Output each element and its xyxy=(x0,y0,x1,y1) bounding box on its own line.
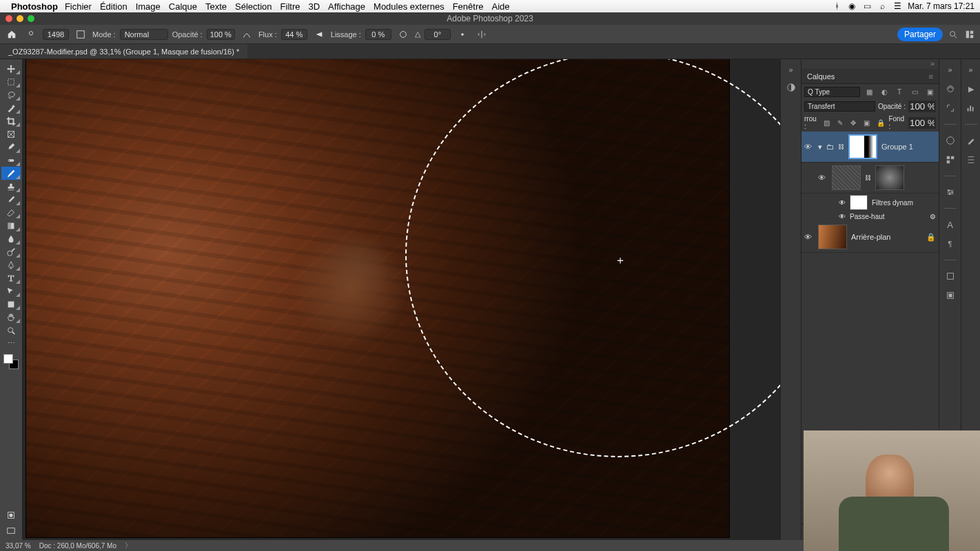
menu-image[interactable]: Image xyxy=(136,1,161,12)
shape-tool[interactable] xyxy=(1,298,21,311)
dock-collapse-icon[interactable]: » xyxy=(944,63,957,76)
brush-settings-icon[interactable] xyxy=(965,154,977,166)
pressure-opacity-button[interactable] xyxy=(239,27,254,42)
search-icon[interactable] xyxy=(947,28,959,41)
layer-background[interactable]: 👁 Arrière-plan 🔒 xyxy=(802,222,939,253)
lock-paint-icon[interactable]: ✎ xyxy=(835,116,846,129)
window-zoom-button[interactable] xyxy=(28,15,34,22)
filter-shape-icon[interactable]: ▭ xyxy=(908,85,921,98)
filter-pixel-icon[interactable]: ▦ xyxy=(863,85,875,98)
blend-mode-select[interactable]: Normal xyxy=(120,29,168,40)
layer-kind-filter[interactable]: Q Type xyxy=(804,87,860,97)
doc-size[interactable]: Doc : 260,0 Mo/606,7 Mo xyxy=(39,542,116,550)
lock-position-icon[interactable]: ✥ xyxy=(848,116,859,129)
zoom-level[interactable]: 33,07 % xyxy=(6,542,31,550)
menu-modules[interactable]: Modules externes xyxy=(374,1,445,12)
flux-field[interactable]: 44 % xyxy=(281,29,307,40)
brush-settings-button[interactable] xyxy=(73,27,88,42)
window-minimize-button[interactable] xyxy=(17,15,23,22)
layer-opacity-field[interactable] xyxy=(908,101,936,112)
menu-selection[interactable]: Sélection xyxy=(235,1,272,12)
visibility-toggle[interactable]: 👁 xyxy=(818,174,828,182)
status-control-center-icon[interactable]: ☰ xyxy=(892,1,902,11)
gradient-tool[interactable] xyxy=(1,219,21,232)
swatches-panel-icon[interactable] xyxy=(944,154,957,166)
libraries-icon[interactable] xyxy=(944,83,957,95)
menu-affichage[interactable]: Affichage xyxy=(328,1,365,12)
filter-smart-icon[interactable]: ▣ xyxy=(923,85,936,98)
document-canvas[interactable] xyxy=(26,59,729,537)
edit-toolbar-button[interactable]: ⋯ xyxy=(1,337,21,350)
stamp-tool[interactable] xyxy=(1,180,21,193)
move-tool[interactable] xyxy=(1,62,21,75)
blur-tool[interactable] xyxy=(1,232,21,245)
menu-fenetre[interactable]: Fenêtre xyxy=(453,1,484,12)
expand-group-icon[interactable]: ▾ xyxy=(818,143,822,152)
color-swatches[interactable] xyxy=(3,354,19,369)
screenmode-button[interactable] xyxy=(1,524,21,537)
smart-filters-row[interactable]: 👁 Filtres dynam xyxy=(802,194,939,211)
menu-fichier[interactable]: Fichier xyxy=(65,1,92,12)
adjustments-icon[interactable] xyxy=(944,186,957,198)
play-icon[interactable]: ▶ xyxy=(965,83,977,95)
quickmask-button[interactable] xyxy=(1,508,21,521)
lock-nesting-icon[interactable]: ▣ xyxy=(861,116,872,129)
layer-mask-thumb[interactable] xyxy=(875,165,904,190)
color-panel-icon[interactable] xyxy=(944,134,957,147)
filter-blend-icon[interactable]: ⚙ xyxy=(930,213,936,220)
pen-tool[interactable] xyxy=(1,258,21,271)
path-tool[interactable] xyxy=(1,284,21,298)
transform-icon[interactable] xyxy=(944,102,957,114)
smoothing-options-button[interactable] xyxy=(396,27,411,42)
visibility-toggle[interactable]: 👁 xyxy=(804,143,814,151)
highpass-filter-row[interactable]: 👁 Passe-haut ⚙ xyxy=(802,211,939,222)
lock-all-icon[interactable]: 🔒 xyxy=(875,116,886,129)
visibility-toggle[interactable]: 👁 xyxy=(839,199,846,207)
layer-name[interactable]: Groupe 1 xyxy=(881,143,936,151)
crop-tool[interactable] xyxy=(1,114,21,127)
panel-menu-icon[interactable]: ≡ xyxy=(929,72,933,81)
brush-size-field[interactable]: 1498 xyxy=(43,29,69,40)
menu-edition[interactable]: Édition xyxy=(100,1,127,12)
app-name[interactable]: Photoshop xyxy=(11,1,58,12)
frame-tool[interactable] xyxy=(1,127,21,141)
home-button[interactable] xyxy=(4,27,19,42)
layer-thumb[interactable] xyxy=(818,225,847,249)
filter-adjust-icon[interactable]: ◐ xyxy=(878,85,890,98)
share-button[interactable]: Partager xyxy=(897,28,943,41)
airbrush-button[interactable] xyxy=(312,27,327,42)
zoom-tool[interactable] xyxy=(1,324,21,337)
filter-type-icon[interactable]: T xyxy=(893,85,906,98)
status-bluetooth-icon[interactable]: ᚼ xyxy=(832,1,841,11)
status-spotlight-icon[interactable]: ⌕ xyxy=(877,1,887,11)
smart-filter-mask[interactable] xyxy=(850,195,868,210)
dodge-tool[interactable] xyxy=(1,245,21,258)
brush-panel-icon[interactable] xyxy=(965,134,977,147)
canvas-area[interactable]: ＋ xyxy=(22,59,780,540)
visibility-toggle[interactable]: 👁 xyxy=(839,213,846,220)
layer-thumb[interactable] xyxy=(832,165,861,190)
layer-group-1[interactable]: 👁 ▾ 🗀 ⛓ Groupe 1 xyxy=(802,132,939,163)
type-tool[interactable] xyxy=(1,271,21,284)
pressure-size-button[interactable] xyxy=(455,27,470,42)
menu-aide[interactable]: Aide xyxy=(491,1,509,12)
angle-field[interactable]: 0° xyxy=(425,29,451,40)
layer-fill-field[interactable] xyxy=(908,117,936,129)
visibility-toggle[interactable]: 👁 xyxy=(804,233,814,241)
actions-panel-icon[interactable] xyxy=(944,289,957,302)
menu-filtre[interactable]: Filtre xyxy=(280,1,300,12)
symmetry-button[interactable] xyxy=(474,27,489,42)
window-close-button[interactable] xyxy=(6,15,12,22)
lasso-tool[interactable] xyxy=(1,88,21,101)
status-menu-icon[interactable]: 〉 xyxy=(125,541,132,550)
document-tab[interactable]: _OZ93287-Modifier.psd @ 33,1% (Groupe 1,… xyxy=(0,44,247,59)
history-panel-icon[interactable] xyxy=(944,270,957,282)
status-wifi-icon[interactable]: ◉ xyxy=(847,1,857,11)
smoothing-field[interactable]: 0 % xyxy=(365,29,391,40)
dock-collapse-icon[interactable]: » xyxy=(965,63,977,76)
brush-preset-picker[interactable] xyxy=(23,27,39,42)
marquee-tool[interactable] xyxy=(1,75,21,88)
workspace-icon[interactable] xyxy=(963,28,976,41)
collapsed-panel-expand-icon[interactable]: » xyxy=(785,63,797,76)
lock-transparency-icon[interactable]: ▨ xyxy=(821,116,832,129)
